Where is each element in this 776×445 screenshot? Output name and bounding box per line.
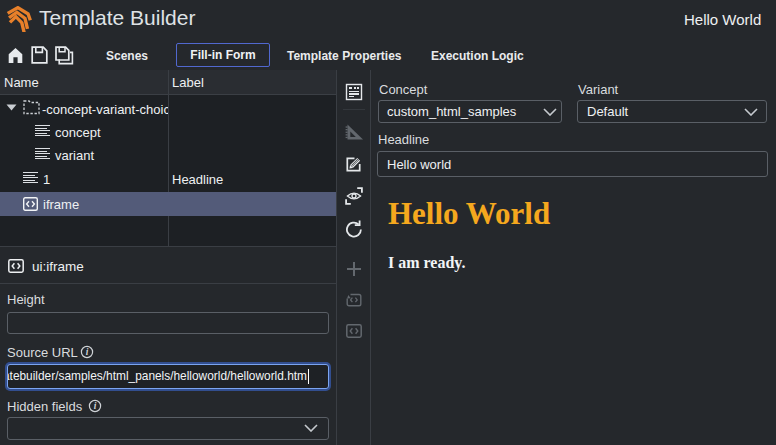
svg-text:i: i [94, 401, 97, 411]
svg-text:i: i [86, 347, 89, 357]
